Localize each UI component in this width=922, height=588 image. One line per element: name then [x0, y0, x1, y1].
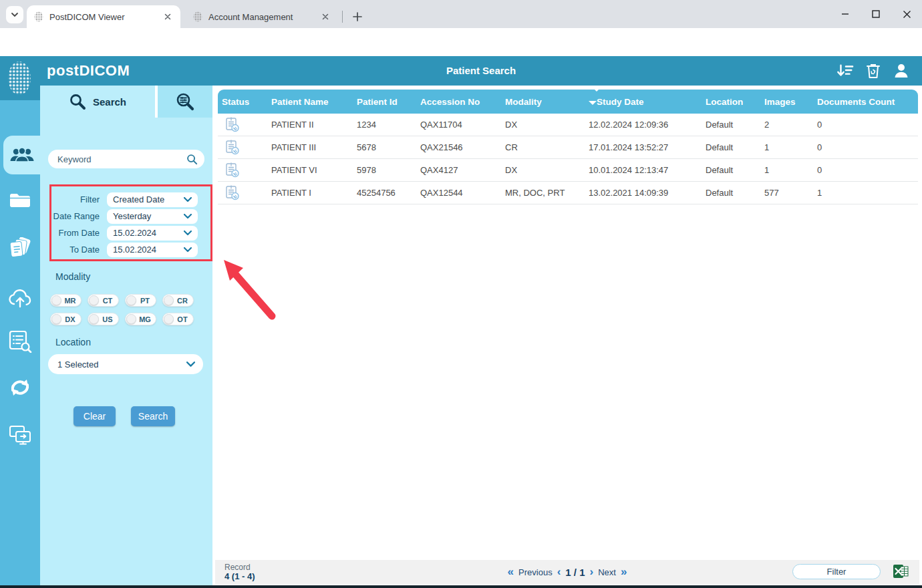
previous-page-link[interactable]: Previous — [518, 567, 553, 577]
sidebar-item-worklist[interactable] — [0, 328, 40, 355]
cell-accession-no: QAX21546 — [416, 142, 501, 152]
dropdown-value: 15.02.2024 — [113, 228, 184, 238]
export-excel-icon[interactable] — [893, 563, 909, 579]
modality-toggle-us[interactable]: US — [88, 313, 119, 325]
keyword-field[interactable] — [48, 150, 204, 168]
cell-images: 1 — [760, 165, 813, 175]
window-bottom-edge — [0, 585, 922, 588]
modality-option-label: US — [99, 315, 118, 323]
to-date-dropdown[interactable]: 15.02.2024 — [107, 243, 198, 257]
col-status[interactable]: Status — [218, 97, 267, 107]
col-accession-no[interactable]: Accession No — [416, 97, 501, 107]
prev-page-icon[interactable]: ‹ — [557, 565, 561, 579]
cell-modality: DX — [501, 120, 585, 130]
sidebar-item-patients[interactable] — [3, 136, 40, 174]
next-page-icon[interactable]: › — [590, 565, 594, 579]
toggle-knob — [126, 295, 136, 305]
cell-patient-name: PATIENT I — [267, 188, 353, 198]
search-tab-label: Search — [93, 96, 126, 108]
filter-type-dropdown[interactable]: Created Date — [107, 192, 198, 207]
modality-toggle-cr[interactable]: CR — [162, 294, 194, 307]
col-images[interactable]: Images — [760, 97, 813, 107]
modality-toggle-mg[interactable]: MG — [125, 313, 156, 325]
favicon-postdicom — [33, 11, 44, 22]
location-dropdown[interactable]: 1 Selected — [48, 354, 203, 374]
modality-label: Modality — [55, 271, 90, 282]
toggle-knob — [51, 314, 61, 324]
favicon-postdicom — [192, 11, 203, 22]
dropdown-value: Yesterday — [113, 211, 184, 221]
new-tab-button[interactable] — [349, 8, 366, 25]
cell-study-date: 17.01.2024 13:52:27 — [585, 142, 702, 152]
modality-toggle-dx[interactable]: DX — [50, 313, 82, 325]
tab-advanced-search[interactable] — [158, 86, 212, 118]
sidebar-item-share-screen[interactable] — [0, 422, 40, 448]
sidebar-item-upload[interactable] — [0, 285, 40, 311]
table-row[interactable]: PATIENT II 1234 QAX11704 DX 12.02.2024 1… — [218, 114, 918, 136]
col-documents-count[interactable]: Documents Count — [813, 97, 918, 107]
cell-accession-no: QAX12544 — [416, 188, 501, 198]
modality-toggle-ot[interactable]: OT — [162, 313, 194, 325]
postdicom-logo — [0, 56, 40, 100]
search-icon — [69, 93, 86, 110]
search-icon[interactable] — [186, 154, 198, 165]
close-button[interactable] — [891, 0, 922, 28]
sidebar-item-sync[interactable] — [0, 374, 40, 401]
table-filter-input[interactable] — [792, 564, 881, 579]
keyword-input[interactable] — [57, 154, 186, 164]
maximize-button[interactable] — [861, 0, 891, 28]
from-date-dropdown[interactable]: 15.02.2024 — [107, 226, 198, 241]
col-patient-name[interactable]: Patient Name — [267, 97, 353, 107]
col-patient-id[interactable]: Patient Id — [353, 97, 416, 107]
modality-toggle-mr[interactable]: MR — [50, 294, 82, 307]
tab-postdicom-viewer[interactable]: PostDICOM Viewer — [27, 5, 180, 28]
table-row[interactable]: PATIENT VI 5978 QAX4127 DX 10.01.2024 12… — [218, 159, 918, 182]
sidebar-item-documents[interactable] — [0, 235, 40, 262]
share-screen-icon — [8, 424, 32, 446]
tab-close-icon[interactable] — [319, 11, 331, 23]
dropdown-value: 15.02.2024 — [113, 245, 184, 255]
tab-basic-search[interactable]: Search — [40, 86, 155, 118]
next-page-link[interactable]: Next — [598, 567, 616, 577]
from-date-label: From Date — [40, 228, 107, 238]
modality-toggle-ct[interactable]: CT — [88, 294, 119, 307]
col-modality[interactable]: Modality — [501, 97, 585, 107]
minimize-button[interactable] — [830, 0, 861, 28]
search-button[interactable]: Search — [131, 406, 175, 426]
tab-title: Account Management — [208, 12, 319, 22]
col-study-date[interactable]: Study Date — [585, 97, 702, 107]
tab-account-management[interactable]: Account Management — [186, 5, 338, 28]
sidebar-item-folders[interactable] — [0, 187, 40, 214]
tab-close-icon[interactable] — [162, 11, 174, 23]
date-range-label: Date Range — [40, 211, 107, 221]
clear-button[interactable]: Clear — [73, 406, 116, 426]
cell-patient-id: 45254756 — [353, 188, 416, 198]
modality-toggle-pt[interactable]: PT — [125, 294, 156, 307]
record-count: Record 4 (1 - 4) — [224, 563, 255, 581]
chevron-down-icon — [184, 214, 192, 219]
user-icon[interactable] — [893, 61, 910, 80]
cell-location: Default — [702, 165, 760, 175]
toggle-knob — [126, 314, 136, 324]
cell-modality: CR — [501, 142, 585, 152]
cloud-upload-icon — [8, 288, 32, 308]
modality-option-label: CR — [174, 297, 193, 305]
col-location[interactable]: Location — [702, 97, 760, 107]
cell-images: 577 — [760, 188, 813, 198]
table-row[interactable]: PATIENT I 45254756 QAX12544 MR, DOC, PRT… — [218, 182, 918, 204]
modality-option-label: PT — [136, 297, 156, 305]
first-page-icon[interactable]: « — [508, 565, 514, 579]
toggle-knob — [164, 295, 174, 305]
sort-list-icon[interactable] — [836, 61, 854, 80]
last-page-icon[interactable]: » — [621, 565, 627, 579]
table-row[interactable]: PATIENT III 5678 QAX21546 CR 17.01.2024 … — [218, 136, 918, 159]
tab-search-button[interactable] — [6, 6, 23, 23]
record-value: 4 (1 - 4) — [224, 572, 255, 581]
date-range-dropdown[interactable]: Yesterday — [107, 209, 198, 224]
toggle-knob — [89, 295, 99, 305]
toggle-knob — [89, 314, 99, 324]
folder-icon — [9, 192, 31, 209]
trash-icon[interactable] — [865, 61, 882, 80]
worklist-search-icon — [8, 330, 32, 353]
pagination: « Previous ‹ 1 / 1 › Next » — [508, 560, 627, 584]
